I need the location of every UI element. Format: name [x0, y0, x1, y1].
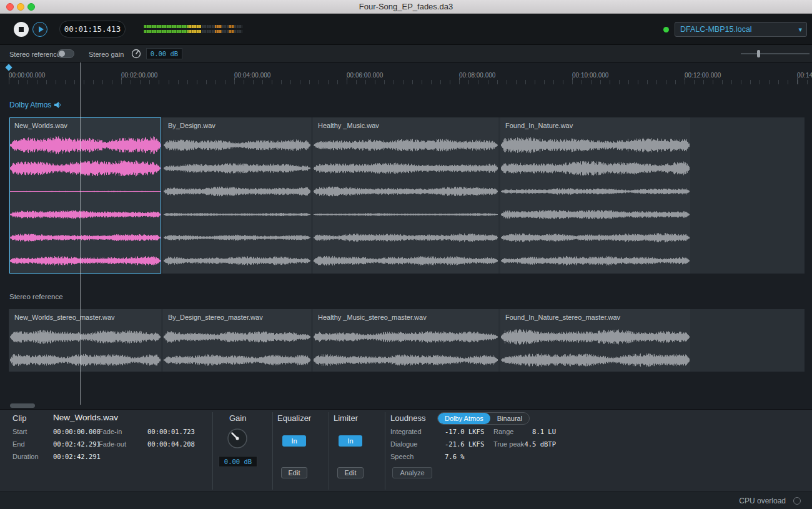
clip-new-worlds[interactable]: New_Worlds.wav [9, 117, 161, 274]
waveform-row [10, 180, 161, 203]
dialogue-value: -21.6 LKFS [445, 440, 484, 448]
stereo-track-label: Stereo reference [9, 293, 63, 300]
tab-dolby-atmos[interactable]: Dolby Atmos [438, 413, 490, 424]
gain-knob[interactable] [226, 427, 249, 450]
waveform-row [501, 134, 690, 157]
loudness-section-header: Loudness [390, 413, 425, 423]
waveform-row [314, 203, 498, 226]
atmos-track-label-text: Dolby Atmos [9, 101, 51, 109]
stop-icon [19, 27, 24, 32]
waveform-row [10, 157, 161, 180]
play-button[interactable] [32, 22, 47, 37]
waveform-row [164, 180, 310, 203]
start-label: Start [12, 428, 27, 435]
loudness-mode-tabs: Dolby Atmos Binaural [437, 412, 530, 425]
clip-waveform [164, 134, 310, 272]
timecode-display[interactable]: 00:01:15.413 [59, 21, 126, 37]
integrated-label: Integrated [390, 428, 422, 435]
limiter-edit-button[interactable]: Edit [337, 467, 364, 478]
equalizer-in-button[interactable]: In [282, 435, 306, 447]
range-label: Range [493, 428, 513, 435]
waveform-row [314, 157, 498, 180]
start-value: 00:00:00.000 [53, 428, 101, 435]
zoom-slider[interactable] [741, 49, 810, 59]
clip-healthy-music-stereo[interactable]: Healthy _Music_stereo_master.wav [313, 309, 498, 372]
zoom-slider-track [741, 53, 810, 54]
stereo-gain-value[interactable]: 0.00 dB [146, 48, 182, 59]
connection-status-dot [663, 27, 669, 32]
speech-label: Speech [390, 453, 413, 460]
speech-value: 7.6 % [445, 453, 465, 460]
waveform-row [501, 226, 690, 249]
clip-waveform [314, 325, 498, 372]
fade-out-label: Fade-out [99, 440, 126, 448]
analyze-button[interactable]: Analyze [392, 467, 432, 478]
clip-healthy-music[interactable]: Healthy _Music.wav [313, 117, 498, 274]
waveform-row [10, 203, 161, 226]
clip-found-in-nature-stereo[interactable]: Found_In_Nature_stereo_master.wav [500, 309, 690, 372]
duration-value: 00:02:42.291 [53, 453, 101, 460]
ruler-minor-ticks [9, 80, 812, 84]
clip-found-in-nature[interactable]: Found_In_Nature.wav [500, 117, 690, 274]
gain-section-header: Gain [229, 413, 246, 423]
waveform-row [10, 348, 161, 372]
divider [272, 412, 273, 490]
inspector-clip-name: New_Worlds.wav [53, 413, 118, 422]
zoom-slider-thumb[interactable] [757, 50, 760, 57]
timeline: 00:00:00.000 00:02:00.000 00:04:00.000 0… [0, 62, 812, 409]
waveform-row [501, 325, 690, 348]
waveform-row [164, 203, 310, 226]
waveform-row [501, 157, 690, 180]
waveform-row [314, 325, 498, 348]
waveform-row [164, 134, 310, 157]
waveform-row [314, 134, 498, 157]
clip-name: By_Design_stereo_master.wav [164, 310, 310, 325]
waveform-row [314, 226, 498, 249]
device-select[interactable]: DFALC-MBP15.local ▾ [675, 22, 807, 37]
gain-value[interactable]: 0.00 dB [219, 456, 257, 467]
waveform-row [501, 203, 690, 226]
horizontal-scrollbar-thumb[interactable] [10, 403, 35, 408]
stereo-reference-toggle[interactable] [57, 49, 74, 58]
end-label: End [12, 440, 25, 448]
divider [212, 412, 213, 490]
range-value: 8.1 LU [512, 428, 556, 435]
waveform-row [10, 226, 161, 249]
tab-binaural[interactable]: Binaural [490, 413, 529, 424]
stereo-track-lane: New_Worlds_stereo_master.wav By_Design_s… [9, 309, 805, 372]
timeline-ruler[interactable]: 00:00:00.000 00:02:00.000 00:04:00.000 0… [0, 62, 812, 84]
window-title: Four-Song_EP_fades.da3 [0, 0, 812, 14]
transport-toolbar: 00:01:15.413 DFALC-MBP15.local ▾ [0, 14, 812, 45]
dialogue-label: Dialogue [390, 440, 417, 448]
stop-button[interactable] [14, 22, 29, 37]
divider [385, 412, 385, 490]
cpu-overload-indicator [793, 497, 801, 505]
duration-label: Duration [12, 453, 39, 460]
end-value: 00:02:42.291 [53, 440, 101, 448]
fade-out-value: 00:00:04.208 [147, 440, 195, 448]
fade-in-label: Fade-in [99, 428, 122, 435]
equalizer-edit-button[interactable]: Edit [281, 467, 307, 478]
app-window: Four-Song_EP_fades.da3 00:01:15.413 DFAL… [0, 0, 812, 509]
waveform-row [164, 249, 310, 272]
clip-name: By_Design.wav [164, 118, 310, 134]
stereo-gain-knob-icon[interactable] [131, 49, 141, 59]
clip-new-worlds-stereo[interactable]: New_Worlds_stereo_master.wav [9, 309, 161, 372]
chevron-down-icon: ▾ [798, 22, 802, 36]
device-select-value: DFALC-MBP15.local [680, 25, 752, 34]
stereo-gain-label: Stereo gain [89, 51, 124, 58]
clip-by-design-stereo[interactable]: By_Design_stereo_master.wav [163, 309, 311, 372]
integrated-value: -17.0 LKFS [445, 428, 484, 435]
equalizer-section-header: Equalizer [277, 413, 311, 423]
waveform-row [501, 180, 690, 203]
clip-by-design[interactable]: By_Design.wav [163, 117, 311, 274]
clip-name: Found_In_Nature_stereo_master.wav [501, 310, 690, 325]
limiter-in-button[interactable]: In [339, 435, 362, 447]
playhead-line[interactable] [80, 62, 81, 405]
clip-waveform [501, 134, 690, 272]
clip-name: Healthy _Music.wav [314, 118, 498, 134]
waveform-row [164, 325, 310, 348]
waveform-row [314, 249, 498, 272]
speaker-icon[interactable] [54, 102, 61, 108]
titlebar: Four-Song_EP_fades.da3 [0, 0, 812, 14]
